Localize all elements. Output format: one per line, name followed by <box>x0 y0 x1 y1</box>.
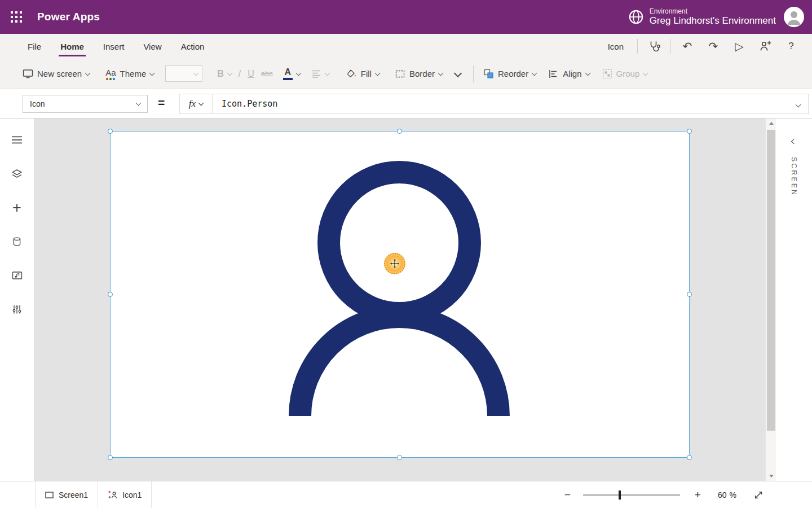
undo-button[interactable]: ↶ <box>674 34 700 59</box>
theme-button[interactable]: Aa Theme <box>102 64 157 84</box>
equals-sign: = <box>158 96 165 110</box>
app-screen-canvas[interactable] <box>111 132 689 457</box>
group-icon <box>602 69 612 79</box>
strikethrough-button[interactable]: abc <box>258 66 276 81</box>
app-title: Power Apps <box>37 11 100 23</box>
preview-play-button[interactable]: ▷ <box>726 34 752 59</box>
zoom-in-button[interactable]: + <box>690 487 705 503</box>
zoom-controls: − + 60 % <box>560 481 812 508</box>
fill-button[interactable]: Fill <box>343 65 383 82</box>
chevron-down-icon <box>295 70 301 76</box>
plus-icon: + <box>695 489 701 501</box>
menu-item-view[interactable]: View <box>134 34 171 59</box>
triangle-up-icon <box>769 122 774 125</box>
chevron-down-icon <box>149 70 155 76</box>
collapse-rail-button[interactable] <box>5 128 29 152</box>
chevron-down-icon <box>438 70 444 76</box>
italic-button[interactable]: / <box>235 65 244 82</box>
text-align-button[interactable] <box>308 66 333 81</box>
resize-handle-s[interactable] <box>397 455 402 460</box>
left-rail: + <box>0 119 34 481</box>
fill-label: Fill <box>361 69 372 78</box>
resize-handle-n[interactable] <box>397 129 402 134</box>
person-icon-control[interactable] <box>111 132 689 457</box>
reorder-button[interactable]: Reorder <box>480 65 540 82</box>
fit-to-window-button[interactable] <box>753 490 764 500</box>
resize-handle-ne[interactable] <box>687 129 692 134</box>
menu-item-home[interactable]: Home <box>51 34 94 59</box>
screen-icon <box>23 69 33 78</box>
formula-text[interactable]: Icon.Person <box>213 99 277 109</box>
align-icon <box>549 69 559 78</box>
bold-label: B <box>217 69 224 79</box>
divider <box>670 39 671 54</box>
group-button[interactable]: Group <box>599 65 651 82</box>
tree-view-button[interactable] <box>5 161 29 186</box>
formula-input[interactable]: fx Icon.Person <box>179 94 809 114</box>
resize-handle-nw[interactable] <box>108 129 113 134</box>
property-select-value: Icon <box>30 99 45 108</box>
hamburger-icon <box>12 136 22 144</box>
zoom-out-button[interactable]: − <box>560 487 575 503</box>
scrollbar-thumb[interactable] <box>767 130 775 431</box>
selected-control-type-label: Icon <box>608 42 624 51</box>
fx-button[interactable]: fx <box>180 94 213 113</box>
align-button[interactable]: Align <box>545 65 593 82</box>
globe-icon <box>628 9 644 25</box>
menu-item-file[interactable]: File <box>18 34 51 59</box>
header-right: Environment Greg Lindhorst's Environment <box>628 7 812 27</box>
resize-handle-e[interactable] <box>687 292 692 297</box>
font-color-button[interactable]: A <box>280 64 304 84</box>
chevron-down-icon <box>585 70 590 76</box>
zoom-slider-thumb[interactable] <box>619 491 621 500</box>
app-launcher-button[interactable] <box>0 0 33 34</box>
media-button[interactable] <box>5 263 29 288</box>
icon-tab-label: Icon1 <box>122 491 142 500</box>
reorder-icon <box>484 69 494 79</box>
paint-bucket-icon <box>346 69 357 78</box>
chevron-down-icon <box>198 100 204 106</box>
divider <box>473 65 474 82</box>
tab-screen1[interactable]: Screen1 <box>35 481 98 508</box>
insert-button[interactable]: + <box>5 195 29 220</box>
scroll-up-button[interactable] <box>766 119 776 128</box>
stethoscope-icon <box>647 40 661 53</box>
panel-expand-button[interactable] <box>789 133 800 148</box>
formula-bar: Icon = fx Icon.Person <box>0 89 812 119</box>
formula-expand-button[interactable] <box>796 99 808 109</box>
scroll-down-button[interactable] <box>766 471 776 481</box>
new-screen-button[interactable]: New screen <box>19 65 93 82</box>
menu-item-action[interactable]: Action <box>171 34 214 59</box>
zoom-slider[interactable] <box>583 489 680 501</box>
resize-handle-se[interactable] <box>687 455 692 460</box>
canvas-region[interactable] <box>34 119 765 481</box>
chevron-down-icon <box>375 70 381 76</box>
more-formatting-button[interactable] <box>449 67 466 80</box>
app-checker-button[interactable] <box>641 34 667 59</box>
group-label: Group <box>616 69 640 78</box>
font-color-icon: A <box>283 68 293 80</box>
bold-button[interactable]: B <box>214 65 235 82</box>
help-button[interactable]: ? <box>778 34 804 59</box>
avatar[interactable] <box>784 7 804 27</box>
move-cursor-icon <box>384 253 405 274</box>
share-button[interactable] <box>752 34 778 59</box>
vertical-scrollbar[interactable] <box>765 119 776 481</box>
fx-label: fx <box>189 98 196 110</box>
resize-handle-w[interactable] <box>108 292 113 297</box>
underline-button[interactable]: U <box>244 65 258 82</box>
media-icon <box>12 270 23 281</box>
redo-button[interactable]: ↷ <box>700 34 726 59</box>
menu-item-insert[interactable]: Insert <box>94 34 134 59</box>
environment-picker[interactable]: Environment Greg Lindhorst's Environment <box>628 7 776 27</box>
tab-icon1[interactable]: Icon1 <box>98 481 152 508</box>
border-button[interactable]: Border <box>392 65 446 82</box>
advanced-tools-button[interactable] <box>5 297 29 322</box>
zoom-unit: % <box>730 491 736 500</box>
font-size-select[interactable] <box>165 65 202 82</box>
strikethrough-label: abc <box>261 69 273 78</box>
data-sources-button[interactable] <box>5 229 29 254</box>
status-bar: Screen1 Icon1 − + <box>0 481 812 508</box>
property-select[interactable]: Icon <box>23 95 148 113</box>
resize-handle-sw[interactable] <box>108 455 113 460</box>
